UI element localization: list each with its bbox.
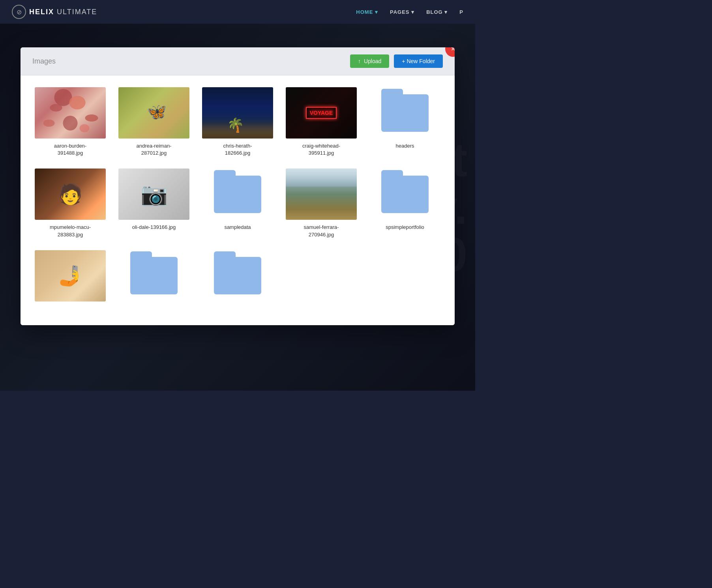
modal-body: aaron-burden-391488.jpg andrea-reiman-28… xyxy=(21,75,455,325)
image-camera: 📷 xyxy=(118,169,189,220)
folder-shape xyxy=(381,94,429,132)
folder-shape xyxy=(130,257,178,294)
file-thumbnail xyxy=(202,87,273,139)
image-neon xyxy=(286,87,357,139)
list-item[interactable]: 📷 oli-dale-139166.jpg xyxy=(116,169,192,238)
image-flowers xyxy=(35,87,106,139)
upload-button[interactable]: ↑ Upload xyxy=(350,54,389,68)
file-name: sampledata xyxy=(224,224,251,231)
file-thumbnail: 🤳 xyxy=(35,250,106,301)
file-manager-modal: × Images ↑ Upload + New Folder xyxy=(21,47,455,325)
logo-text: HELIX ULTIMATE xyxy=(29,8,97,16)
nav-item-pages[interactable]: PAGES ▾ xyxy=(390,9,414,15)
nav-item-home[interactable]: HOME ▾ xyxy=(356,9,378,15)
file-thumbnail xyxy=(286,169,357,220)
file-thumbnail xyxy=(35,87,106,139)
nav-item-extra[interactable]: P xyxy=(459,9,463,15)
upload-label: Upload xyxy=(364,58,381,64)
image-portrait: 🧑 xyxy=(35,169,106,220)
folder-icon xyxy=(202,250,273,301)
nav-bar: ⊘ HELIX ULTIMATE HOME ▾ PAGES ▾ BLOG ▾ P xyxy=(0,0,475,24)
list-item[interactable]: headers xyxy=(367,87,443,157)
file-name: andrea-reiman-287012.jpg xyxy=(137,142,172,157)
list-item[interactable]: 🧑 mpumelelo-macu-283883.jpg xyxy=(32,169,108,238)
file-name: oli-dale-139166.jpg xyxy=(132,224,176,231)
modal-header: Images ↑ Upload + New Folder xyxy=(21,47,455,75)
image-butterfly xyxy=(118,87,189,139)
image-night xyxy=(202,87,273,139)
folder-shape xyxy=(214,257,261,294)
file-name: aaron-burden-391488.jpg xyxy=(54,142,86,157)
folder-icon xyxy=(369,87,440,139)
list-item[interactable]: samuel-ferrara-270946.jpg xyxy=(283,169,359,238)
logo-icon: ⊘ xyxy=(12,5,26,19)
folder-shape xyxy=(381,176,429,213)
list-item[interactable]: aaron-burden-391488.jpg xyxy=(32,87,108,157)
modal-actions: ↑ Upload + New Folder xyxy=(350,54,443,68)
nav-menu: HOME ▾ PAGES ▾ BLOG ▾ P xyxy=(356,9,463,15)
file-thumbnail xyxy=(118,87,189,139)
list-item[interactable] xyxy=(200,250,275,305)
file-grid-row3: 🤳 xyxy=(32,250,443,305)
file-name: craig-whitehead-395911.jpg xyxy=(302,142,340,157)
logo: ⊘ HELIX ULTIMATE xyxy=(12,5,97,19)
list-item[interactable]: 🤳 xyxy=(32,250,108,305)
image-forest xyxy=(286,169,357,220)
folder-shape xyxy=(214,176,261,213)
list-item[interactable] xyxy=(116,250,192,305)
file-name: samuel-ferrara-270946.jpg xyxy=(304,224,339,238)
file-thumbnail: 🧑 xyxy=(35,169,106,220)
list-item[interactable]: sampledata xyxy=(200,169,275,238)
new-folder-label: + New Folder xyxy=(402,58,435,64)
list-item[interactable]: chris-herath-182666.jpg xyxy=(200,87,275,157)
list-item[interactable]: craig-whitehead-395911.jpg xyxy=(283,87,359,157)
image-hand: 🤳 xyxy=(35,250,106,301)
upload-icon: ↑ xyxy=(358,58,361,64)
modal-title: Images xyxy=(32,57,56,66)
file-thumbnail xyxy=(286,87,357,139)
folder-icon xyxy=(202,169,273,220)
list-item[interactable]: andrea-reiman-287012.jpg xyxy=(116,87,192,157)
file-name: headers xyxy=(396,142,414,150)
file-name: chris-herath-182666.jpg xyxy=(223,142,252,157)
file-thumbnail: 📷 xyxy=(118,169,189,220)
nav-item-blog[interactable]: BLOG ▾ xyxy=(426,9,448,15)
folder-icon xyxy=(118,250,189,301)
list-item[interactable]: spsimpleportfolio xyxy=(367,169,443,238)
new-folder-button[interactable]: + New Folder xyxy=(394,54,443,68)
folder-icon xyxy=(369,169,440,220)
file-grid-row2: 🧑 mpumelelo-macu-283883.jpg 📷 oli-dale-1… xyxy=(32,169,443,238)
file-name: mpumelelo-macu-283883.jpg xyxy=(50,224,91,238)
modal-overlay: × Images ↑ Upload + New Folder xyxy=(0,24,475,391)
file-name: spsimpleportfolio xyxy=(386,224,424,231)
file-grid-row1: aaron-burden-391488.jpg andrea-reiman-28… xyxy=(32,87,443,157)
